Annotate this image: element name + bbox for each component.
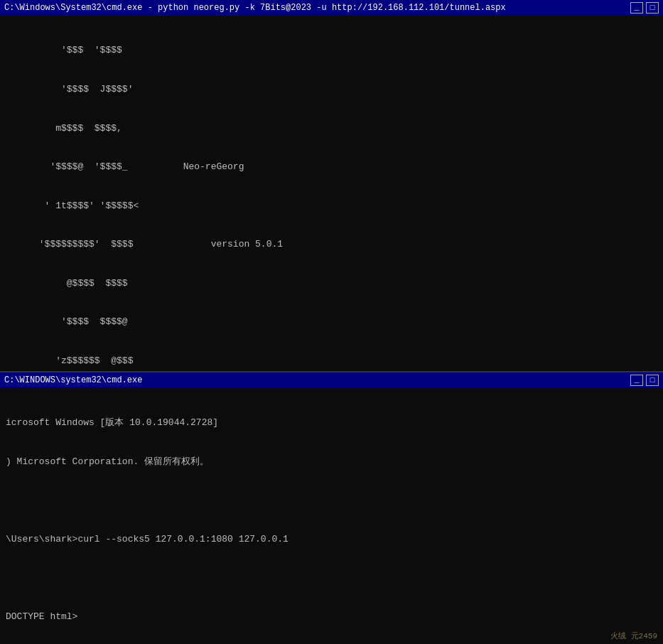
watermark: 火绒 元2459 bbox=[610, 630, 657, 641]
ascii-line-8: '$$$$ $$$$@ bbox=[6, 316, 657, 328]
minimize-button[interactable]: _ bbox=[630, 2, 643, 14]
ascii-line-5: ' 1t$$$$' '$$$$$< bbox=[6, 200, 657, 213]
main-container: C:\Windows\System32\cmd.exe - python neo… bbox=[0, 0, 663, 644]
top-title: C:\Windows\System32\cmd.exe - python neo… bbox=[4, 3, 506, 13]
bottom-controls[interactable]: _ □ bbox=[630, 375, 659, 386]
top-terminal-content: '$$$ '$$$$ '$$$$ J$$$$' m$$$$ $$$$, '$$$… bbox=[0, 16, 663, 371]
bottom-line-2: ) Microsoft Corporation. 保留所有权利。 bbox=[6, 456, 657, 468]
bottom-blank-2 bbox=[6, 572, 657, 585]
ascii-line-9: 'z$$$$$$ @$$$ bbox=[6, 355, 657, 367]
bottom-line-3: \Users\shark>curl --socks5 127.0.0.1:108… bbox=[6, 533, 657, 546]
bottom-blank-1 bbox=[6, 495, 657, 508]
bottom-terminal-content: icrosoft Windows [版本 10.0.19044.2728] ) … bbox=[0, 388, 663, 644]
bottom-title: C:\WINDOWS\system32\cmd.exe bbox=[4, 375, 142, 385]
bottom-maximize-button[interactable]: □ bbox=[646, 375, 659, 386]
ascii-line-2: '$$$$ J$$$$' bbox=[6, 83, 657, 96]
ascii-line-1: '$$$ '$$$$ bbox=[6, 44, 657, 57]
ascii-line-6: '$$$$$$$$$' $$$$ version 5.0.1 bbox=[6, 238, 657, 251]
ascii-line-3: m$$$$ $$$$, bbox=[6, 122, 657, 135]
bottom-line-1: icrosoft Windows [版本 10.0.19044.2728] bbox=[6, 417, 657, 429]
maximize-button[interactable]: □ bbox=[646, 2, 659, 14]
top-controls[interactable]: _ □ bbox=[630, 2, 659, 14]
top-titlebar: C:\Windows\System32\cmd.exe - python neo… bbox=[0, 0, 663, 16]
bottom-window: C:\WINDOWS\system32\cmd.exe _ □ icrosoft… bbox=[0, 372, 663, 644]
bottom-line-4: DOCTYPE html> bbox=[6, 611, 657, 623]
ascii-line-7: @$$$$ $$$$ bbox=[6, 277, 657, 290]
ascii-line-4: '$$$$@ '$$$$_ Neo-reGeorg bbox=[6, 161, 657, 173]
top-window: C:\Windows\System32\cmd.exe - python neo… bbox=[0, 0, 663, 372]
bottom-minimize-button[interactable]: _ bbox=[630, 375, 643, 386]
bottom-titlebar: C:\WINDOWS\system32\cmd.exe _ □ bbox=[0, 372, 663, 388]
